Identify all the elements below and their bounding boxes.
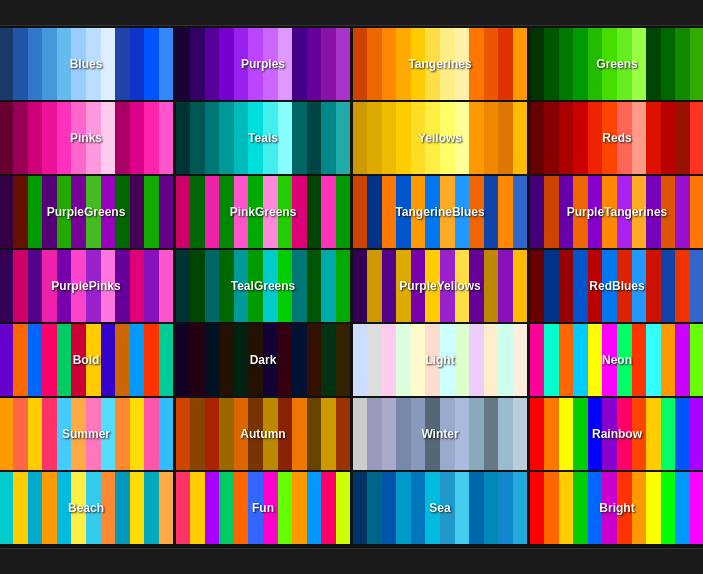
color-strip-3 [42,102,57,174]
color-strip-6 [617,102,632,174]
color-strip-8 [292,28,307,100]
palette-cell-beach[interactable]: Beach [0,472,174,544]
color-strip-7 [632,176,647,248]
palette-cell-teals[interactable]: Teals [176,102,351,174]
color-strip-1 [367,398,382,470]
color-strips [353,176,528,248]
color-strip-9 [484,472,499,544]
palette-cell-tangerines[interactable]: Tangerines [353,28,528,100]
palette-cell-dark[interactable]: Dark [176,324,351,396]
palette-cell-light[interactable]: Light [353,324,528,396]
palette-cell-yellows[interactable]: Yellows [353,102,528,174]
color-strip-5 [248,28,263,100]
color-strip-6 [263,398,278,470]
color-strip-3 [42,472,57,544]
color-strip-8 [646,250,661,322]
color-strip-6 [263,176,278,248]
color-strip-7 [101,250,116,322]
color-strip-9 [130,398,145,470]
palette-cell-purplegreens[interactable]: PurpleGreens [0,176,174,248]
color-strip-0 [353,102,368,174]
palette-cell-reds[interactable]: Reds [530,102,704,174]
color-strip-1 [190,398,205,470]
color-strip-9 [484,176,499,248]
color-strip-10 [675,102,690,174]
color-strip-9 [661,250,676,322]
palette-cell-winter[interactable]: Winter [353,398,528,470]
color-strip-0 [353,472,368,544]
color-strip-3 [396,28,411,100]
color-strip-4 [234,472,249,544]
color-strip-10 [321,250,336,322]
palette-cell-greens[interactable]: Greens [530,28,704,100]
color-strip-7 [455,102,470,174]
color-strip-0 [530,324,545,396]
color-strips [176,398,351,470]
color-strips [530,472,704,544]
color-strip-7 [101,398,116,470]
palette-cell-rainbow[interactable]: Rainbow [530,398,704,470]
palette-cell-fun[interactable]: Fun [176,472,351,544]
color-strip-1 [544,250,559,322]
palette-grid: BluesPurplesTangerinesGreensPinksTealsYe… [0,25,703,549]
color-strip-7 [632,102,647,174]
color-strip-5 [71,472,86,544]
palette-cell-sea[interactable]: Sea [353,472,528,544]
color-strip-7 [278,28,293,100]
color-strip-10 [675,250,690,322]
palette-cell-pinks[interactable]: Pinks [0,102,174,174]
color-strip-2 [559,250,574,322]
color-strip-1 [190,324,205,396]
color-strip-3 [42,324,57,396]
color-strip-0 [353,250,368,322]
color-strip-3 [396,102,411,174]
color-strip-8 [469,28,484,100]
color-strip-11 [690,398,703,470]
color-strip-4 [234,398,249,470]
palette-cell-purpletangerines[interactable]: PurpleTangerines [530,176,704,248]
color-strip-6 [86,28,101,100]
color-strip-0 [176,102,191,174]
palette-cell-purpleyellows[interactable]: PurpleYellows [353,250,528,322]
color-strip-10 [498,250,513,322]
color-strip-1 [13,176,28,248]
color-strip-11 [513,472,528,544]
palette-cell-redblues[interactable]: RedBlues [530,250,704,322]
color-strip-10 [498,398,513,470]
palette-cell-bold[interactable]: Bold [0,324,174,396]
color-strip-2 [28,28,43,100]
color-strip-2 [28,176,43,248]
color-strip-7 [455,176,470,248]
color-strip-0 [353,176,368,248]
color-strip-10 [144,472,159,544]
color-strip-1 [13,250,28,322]
color-strip-11 [513,102,528,174]
palette-cell-neon[interactable]: Neon [530,324,704,396]
color-strip-2 [382,176,397,248]
palette-cell-bright[interactable]: Bright [530,472,704,544]
color-strip-5 [602,176,617,248]
palette-cell-tangerineblues[interactable]: TangerineBlues [353,176,528,248]
color-strip-4 [57,102,72,174]
color-strip-2 [382,102,397,174]
palette-cell-pinkgreens[interactable]: PinkGreens [176,176,351,248]
color-strip-10 [321,176,336,248]
color-strip-8 [646,102,661,174]
color-strip-11 [690,176,703,248]
palette-cell-autumn[interactable]: Autumn [176,398,351,470]
palette-cell-purplepinks[interactable]: PurplePinks [0,250,174,322]
color-strip-11 [513,28,528,100]
color-strip-9 [307,102,322,174]
color-strip-1 [544,176,559,248]
palette-cell-purples[interactable]: Purples [176,28,351,100]
color-strip-10 [675,324,690,396]
color-strip-9 [130,324,145,396]
color-strip-4 [588,398,603,470]
palette-cell-tealgreens[interactable]: TealGreens [176,250,351,322]
color-strip-5 [71,176,86,248]
palette-cell-blues[interactable]: Blues [0,28,174,100]
color-strip-7 [632,28,647,100]
palette-cell-summer[interactable]: Summer [0,398,174,470]
color-strip-4 [588,102,603,174]
color-strip-1 [13,472,28,544]
